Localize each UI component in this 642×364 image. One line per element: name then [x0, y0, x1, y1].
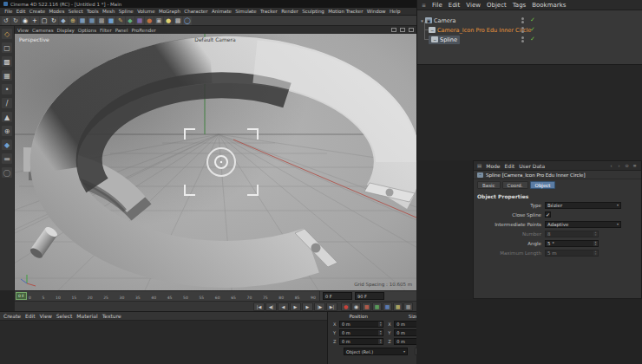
panel-options-icon[interactable]: ≡ [632, 163, 638, 168]
menubar-item-simulate[interactable]: Simulate [233, 9, 259, 14]
add-cube-icon[interactable]: ■ [107, 16, 115, 25]
add-spline-icon[interactable]: ✎ [116, 16, 125, 25]
render-picture-viewer-icon[interactable]: ▦ [88, 16, 96, 25]
menubar-item-help[interactable]: Help [388, 9, 403, 14]
coordinate-mode-select[interactable]: Object (Rel.) ▾ [344, 348, 408, 355]
attribute-panel-icon[interactable]: ▤ [477, 163, 482, 168]
viewport-canvas[interactable]: Perspective Default Camera Grid Spacing … [15, 34, 416, 290]
menubar-item-tools[interactable]: Tools [85, 9, 101, 14]
viewport-menu-item-display[interactable]: Display [57, 28, 75, 33]
spinner-icon[interactable]: ▴▾ [378, 322, 383, 327]
viewport-panel-label[interactable]: Perspective [19, 36, 49, 43]
next-key-button[interactable]: |▶ [314, 302, 325, 311]
workplane-mode-icon[interactable]: ▦ [2, 70, 12, 81]
viewport-menu-item-view[interactable]: View [17, 28, 29, 33]
attribute-menu-item-user-data[interactable]: User Data [519, 163, 545, 169]
undo-icon[interactable]: ↺ [2, 16, 10, 25]
prev-key-button[interactable]: ◀| [265, 302, 277, 311]
record-scale-icon[interactable]: ■ [372, 302, 382, 311]
visibility-dots-icon[interactable] [521, 36, 524, 42]
material-menu-item-view[interactable]: View [40, 313, 52, 319]
object-row-inner-circle[interactable]: ~ Camera_Icon Pro Edu Inner Circle ✓ [417, 25, 642, 35]
selected-row-highlight[interactable]: ~ Spline [429, 36, 460, 44]
menubar-item-character[interactable]: Character [182, 9, 210, 14]
menubar-item-motion-tracker[interactable]: Motion Tracker [326, 9, 365, 14]
four-view-icon[interactable] [400, 28, 405, 32]
texture-mode-icon[interactable]: ▩ [2, 56, 12, 67]
menubar-item-mesh[interactable]: Mesh [101, 9, 117, 14]
menubar-item-create[interactable]: Create [28, 9, 48, 14]
position-y-input[interactable]: 0 m▴▾ [339, 329, 383, 336]
attribute-menu-item-edit[interactable]: Edit [505, 163, 515, 169]
viewport-camera-label[interactable]: Default Camera [194, 36, 236, 42]
menubar-item-file[interactable]: File [3, 9, 15, 14]
points-mode-icon[interactable]: • [2, 84, 12, 94]
history-forward-icon[interactable]: › [616, 163, 622, 168]
single-view-icon[interactable] [391, 28, 396, 32]
add-volume-icon[interactable]: ▦ [135, 16, 144, 25]
menubar-item-spline[interactable]: Spline [117, 9, 135, 14]
render-settings-icon[interactable]: ▩ [97, 16, 106, 25]
add-material-icon[interactable]: ▩ [174, 16, 182, 25]
viewport-panel[interactable]: ViewCamerasDisplayOptionsFilterPanelProR… [15, 26, 416, 290]
goto-start-button[interactable]: |◀ [253, 302, 265, 311]
viewport-filter-icon[interactable]: ◯ [2, 167, 12, 178]
record-pla-icon[interactable]: ■ [403, 302, 413, 311]
viewport-menu-item-filter[interactable]: Filter [100, 28, 112, 33]
enabled-check-icon[interactable]: ✓ [530, 36, 535, 42]
record-rotation-icon[interactable]: ■ [383, 302, 392, 311]
visibility-dots-icon[interactable] [521, 27, 524, 33]
menubar-item-volume[interactable]: Volume [135, 9, 157, 14]
panel-menu-icon[interactable]: ≡ [422, 2, 426, 8]
move-tool-icon[interactable]: + [30, 16, 39, 25]
menubar-item-mograph[interactable]: MoGraph [157, 9, 182, 14]
object-label[interactable]: Spline [440, 36, 457, 43]
object-manager-menu-item-edit[interactable]: Edit [449, 2, 461, 9]
polygons-mode-icon[interactable]: ▲ [2, 112, 12, 122]
edges-mode-icon[interactable]: / [2, 98, 12, 108]
spinner-icon[interactable]: ▴▾ [378, 339, 383, 344]
intermediate-points-select[interactable]: Adaptive ▾ [545, 221, 621, 228]
menubar-item-sculpting[interactable]: Sculpting [300, 9, 326, 14]
workplane-lock-icon[interactable]: ▬ [2, 153, 12, 164]
attribute-menu-item-mode[interactable]: Mode [486, 163, 500, 169]
current-frame-marker[interactable]: 0 F [16, 292, 27, 300]
last-tool-icon[interactable]: ◆ [59, 16, 68, 25]
type-select[interactable]: Bézier ▾ [545, 202, 621, 209]
model-mode-icon[interactable]: ▢ [2, 42, 12, 53]
tab-basic[interactable]: Basic [477, 181, 501, 189]
position-z-input[interactable]: 0 m▴▾ [339, 338, 383, 345]
next-frame-button[interactable]: ▶ [302, 302, 313, 311]
menubar-item-edit[interactable]: Edit [15, 9, 28, 14]
add-simulate-icon[interactable]: ● [145, 16, 154, 25]
position-x-input[interactable]: 0 m▴▾ [339, 321, 383, 328]
viewport-menu-item-prorender[interactable]: ProRender [132, 28, 156, 33]
menubar-item-select[interactable]: Select [67, 9, 85, 14]
object-manager-menu-item-bookmarks[interactable]: Bookmarks [532, 2, 566, 9]
section-object-properties[interactable]: Object Properties [474, 191, 641, 200]
viewport-menu-item-panel[interactable]: Panel [115, 28, 128, 33]
range-end-field[interactable]: 90 F [355, 292, 384, 300]
object-row-spline[interactable]: ~ Spline ✓ [417, 35, 642, 44]
autokey-icon[interactable]: ◉ [351, 302, 361, 311]
expand-arrow-icon[interactable]: ▾ [419, 18, 425, 23]
lock-icon[interactable]: ⊙ [624, 163, 630, 168]
prev-frame-button[interactable]: ◀ [278, 302, 289, 311]
menubar-item-tracker[interactable]: Tracker [259, 9, 279, 14]
material-menu-item-edit[interactable]: Edit [25, 313, 36, 319]
object-manager-menu-item-file[interactable]: File [432, 2, 442, 9]
material-menu-item-material[interactable]: Material [76, 313, 97, 319]
spinner-icon[interactable]: ▴▾ [378, 330, 383, 335]
material-menu-item-select[interactable]: Select [56, 313, 73, 319]
enabled-check-icon[interactable]: ✓ [530, 17, 535, 23]
scale-tool-icon[interactable]: ▢ [40, 16, 49, 25]
history-back-icon[interactable]: ‹ [608, 163, 614, 168]
viewport-menu-item-options[interactable]: Options [78, 28, 96, 33]
record-keyframe-icon[interactable]: ● [341, 302, 350, 311]
rotate-tool-icon[interactable]: ↻ [49, 16, 58, 25]
add-environment-icon[interactable]: ◯ [183, 16, 192, 25]
object-manager-menu-item-view[interactable]: View [466, 2, 481, 9]
record-position-icon[interactable]: ■ [362, 302, 371, 311]
enable-axis-icon[interactable]: ⊕ [2, 126, 12, 136]
angle-input[interactable]: 5 ° ▴▾ [545, 240, 599, 247]
